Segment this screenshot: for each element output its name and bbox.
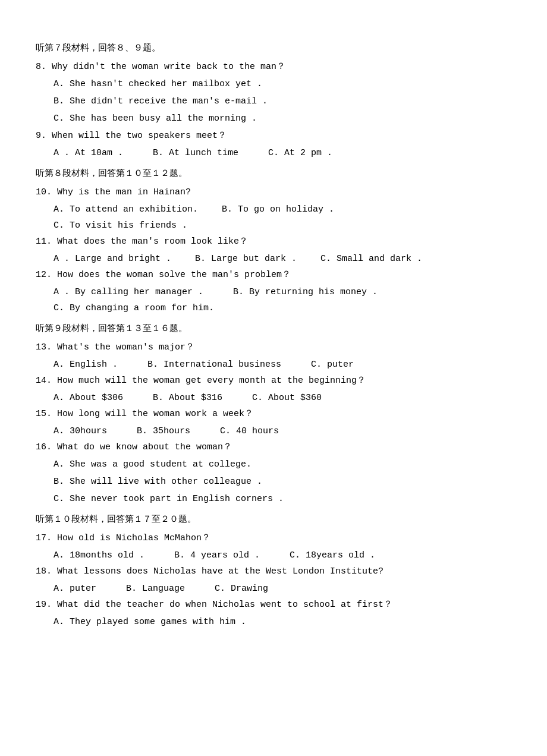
options-inline: A . Large and bright .B. Large but dark … xyxy=(54,251,511,267)
option-item: A. 30hours xyxy=(54,423,107,439)
options-inline: A. To attend an exhibition.B. To go on h… xyxy=(54,201,511,234)
option-item: B. 35hours xyxy=(137,423,190,439)
question: 17. How old is Nicholas McMahon？ xyxy=(36,530,511,546)
section-header: 听第８段材料，回答第１０至１２题。 xyxy=(36,166,511,182)
option-item: C. 18years old . xyxy=(290,547,375,563)
option-item: C. 40 hours xyxy=(220,423,279,439)
page-content: 听第７段材料，回答８、９题。8. Why didn't the woman wr… xyxy=(36,40,511,630)
option-item: A. They played some games with him . xyxy=(54,614,511,630)
option-item: C. To visit his friends . xyxy=(54,218,187,234)
option-item: B. At lunch time xyxy=(153,145,238,161)
option-item: A. To attend an exhibition. xyxy=(54,201,198,218)
option-item: A . By calling her manager . xyxy=(54,284,203,300)
option-item: B. Language xyxy=(126,581,185,597)
option-item: C. puter xyxy=(311,357,354,373)
option-item: B. Large but dark . xyxy=(195,251,297,267)
options-inline: A. About $306B. About $316C. About $360 xyxy=(54,390,511,406)
question: 14. How much will the woman get every mo… xyxy=(36,373,511,389)
option-item: B. She will live with other colleague . xyxy=(54,474,511,490)
option-item: A. 18months old . xyxy=(54,547,144,563)
options-inline: A. puterB. LanguageC. Drawing xyxy=(54,581,511,597)
option-item: C. Small and dark . xyxy=(320,251,422,267)
section-header: 听第９段材料，回答第１３至１６题。 xyxy=(36,321,511,337)
options-inline: A . At 10am .B. At lunch timeC. At 2 pm … xyxy=(54,145,511,161)
option-item: A . At 10am . xyxy=(54,145,123,161)
option-item: A. About $306 xyxy=(54,390,123,406)
option-item: C. By changing a room for him. xyxy=(54,300,214,316)
option-item: A. puter xyxy=(54,581,96,597)
question: 8. Why didn't the woman write back to th… xyxy=(36,59,511,75)
option-item: C. At 2 pm . xyxy=(268,145,332,161)
section-header: 听第１０段材料，回答第１７至２０题。 xyxy=(36,512,511,528)
option-item: B. 4 years old . xyxy=(174,547,260,563)
question: 12. How does the woman solve the man's p… xyxy=(36,267,511,283)
options-inline: A . By calling her manager .B. By return… xyxy=(54,284,511,316)
option-item: B. To go on holiday . xyxy=(222,201,334,218)
options-inline: A. 18months old .B. 4 years old .C. 18ye… xyxy=(54,547,511,563)
question: 13. What's the woman's major？ xyxy=(36,339,511,355)
option-item: A. She hasn't checked her mailbox yet . xyxy=(54,76,511,92)
section-header: 听第７段材料，回答８、９题。 xyxy=(36,40,511,56)
question: 18. What lessons does Nicholas have at t… xyxy=(36,563,511,579)
option-item: B. She didn't receive the man's e-mail . xyxy=(54,93,511,109)
options-inline: A. English .B. International businessC. … xyxy=(54,357,511,373)
question: 9. When will the two speakers meet？ xyxy=(36,128,511,144)
question: 11. What does the man's room look like？ xyxy=(36,234,511,250)
option-item: A. English . xyxy=(54,357,118,373)
question: 19. What did the teacher do when Nichola… xyxy=(36,597,511,613)
option-item: C. She has been busy all the morning . xyxy=(54,111,511,127)
option-item: C. She never took part in English corner… xyxy=(54,491,511,507)
option-item: B. International business xyxy=(147,357,281,373)
question: 10. Why is the man in Hainan? xyxy=(36,184,511,200)
option-item: C. Drawing xyxy=(215,581,268,597)
option-item: B. About $316 xyxy=(153,390,222,406)
option-item: A. She was a good student at college. xyxy=(54,456,511,472)
question: 15. How long will the woman work a week？ xyxy=(36,406,511,422)
option-item: A . Large and bright . xyxy=(54,251,171,267)
options-inline: A. 30hoursB. 35hoursC. 40 hours xyxy=(54,423,511,439)
option-item: C. About $360 xyxy=(252,390,322,406)
option-item: B. By returning his money . xyxy=(233,284,378,300)
question: 16. What do we know about the woman？ xyxy=(36,439,511,455)
